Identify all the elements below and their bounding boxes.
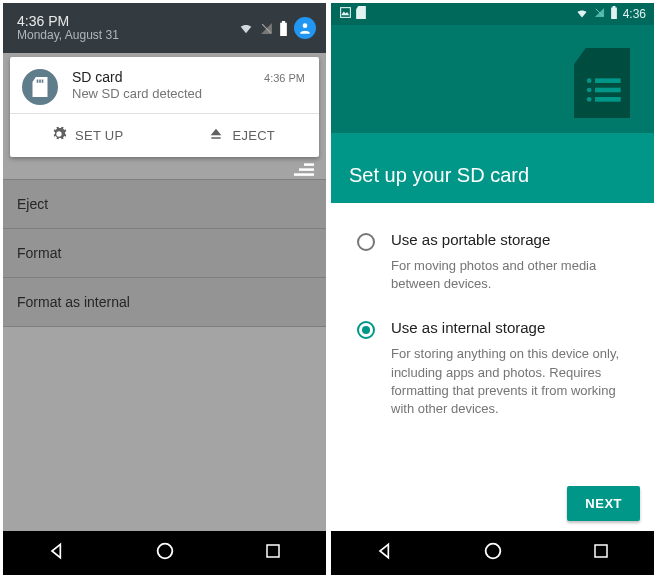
svg-rect-7 [595, 78, 621, 83]
status-right [238, 17, 316, 39]
svg-point-10 [587, 78, 592, 83]
svg-point-12 [587, 97, 592, 102]
notification-body: SD card 4:36 PM New SD card detected [72, 69, 305, 101]
setup-button[interactable]: SET UP [10, 114, 165, 157]
signal-icon [594, 7, 605, 21]
wifi-icon [575, 7, 589, 22]
context-menu: Eject Format Format as internal [3, 179, 326, 327]
svg-point-11 [587, 88, 592, 93]
option-internal[interactable]: Use as internal storage [357, 311, 634, 343]
nav-recent-icon[interactable] [264, 542, 282, 564]
svg-rect-5 [267, 545, 279, 557]
svg-point-0 [303, 23, 308, 28]
nav-recent-icon[interactable] [592, 542, 610, 564]
nav-home-icon[interactable] [482, 540, 504, 566]
nav-home-icon[interactable] [154, 540, 176, 566]
status-date: Monday, August 31 [17, 29, 119, 43]
battery-icon [610, 6, 618, 22]
status-time: 4:36 [623, 7, 646, 21]
menu-format[interactable]: Format [3, 229, 326, 278]
sd-card-icon [22, 69, 58, 105]
page-title: Set up your SD card [349, 164, 529, 187]
sd-card-notification[interactable]: SD card 4:36 PM New SD card detected SET… [10, 57, 319, 157]
eject-icon [208, 126, 224, 145]
notification-timestamp: 4:36 PM [264, 72, 305, 84]
eject-button[interactable]: EJECT [165, 114, 320, 157]
status-bar: 4:36 [331, 3, 654, 25]
eject-label: EJECT [232, 128, 275, 143]
option-portable-label: Use as portable storage [391, 231, 550, 251]
status-time: 4:36 PM [17, 13, 119, 29]
next-button[interactable]: NEXT [567, 486, 640, 521]
status-left [339, 6, 366, 22]
nav-back-icon[interactable] [375, 541, 395, 565]
phone-left: 4:36 PM Monday, August 31 [3, 3, 326, 575]
svg-rect-14 [595, 545, 607, 557]
svg-rect-6 [341, 8, 351, 18]
menu-eject[interactable]: Eject [3, 179, 326, 229]
menu-format-internal[interactable]: Format as internal [3, 278, 326, 327]
status-right: 4:36 [575, 6, 646, 22]
status-bar: 4:36 PM Monday, August 31 [3, 3, 326, 53]
option-portable[interactable]: Use as portable storage [357, 223, 634, 255]
shade-handle-icon[interactable] [3, 157, 326, 179]
radio-unselected-icon [357, 233, 375, 251]
wifi-icon [238, 21, 254, 35]
sd-small-icon [356, 6, 366, 22]
nav-bar [3, 531, 326, 575]
setup-header: Set up your SD card [331, 25, 654, 203]
svg-rect-1 [304, 163, 314, 166]
left-screen: 4:36 PM Monday, August 31 [3, 3, 326, 575]
nav-back-icon[interactable] [47, 541, 67, 565]
svg-point-4 [158, 544, 173, 559]
notification-title: SD card [72, 69, 123, 85]
notification-subtitle: New SD card detected [72, 86, 305, 101]
status-left: 4:36 PM Monday, August 31 [17, 13, 119, 43]
screenshot-icon [339, 6, 352, 22]
notification-actions: SET UP EJECT [10, 113, 319, 157]
setup-label: SET UP [75, 128, 124, 143]
phone-right: 4:36 Set up your SD card [331, 3, 654, 575]
svg-rect-2 [299, 168, 314, 171]
gear-icon [51, 126, 67, 145]
profile-avatar-icon[interactable] [294, 17, 316, 39]
radio-selected-icon [357, 321, 375, 339]
storage-options: Use as portable storage For moving photo… [331, 203, 654, 418]
right-screen: 4:36 Set up your SD card [331, 3, 654, 575]
notification-content: SD card 4:36 PM New SD card detected [10, 57, 319, 113]
svg-rect-9 [595, 97, 621, 102]
nav-bar [331, 531, 654, 575]
signal-icon [260, 22, 273, 35]
next-button-wrap: NEXT [567, 486, 640, 521]
svg-rect-3 [294, 173, 314, 176]
option-internal-desc: For storing anything on this device only… [391, 345, 634, 418]
svg-point-13 [486, 544, 501, 559]
option-internal-label: Use as internal storage [391, 319, 545, 339]
sd-card-hero-icon [574, 47, 630, 123]
option-portable-desc: For moving photos and other media betwee… [391, 257, 634, 293]
battery-icon [279, 21, 288, 36]
svg-rect-8 [595, 88, 621, 93]
